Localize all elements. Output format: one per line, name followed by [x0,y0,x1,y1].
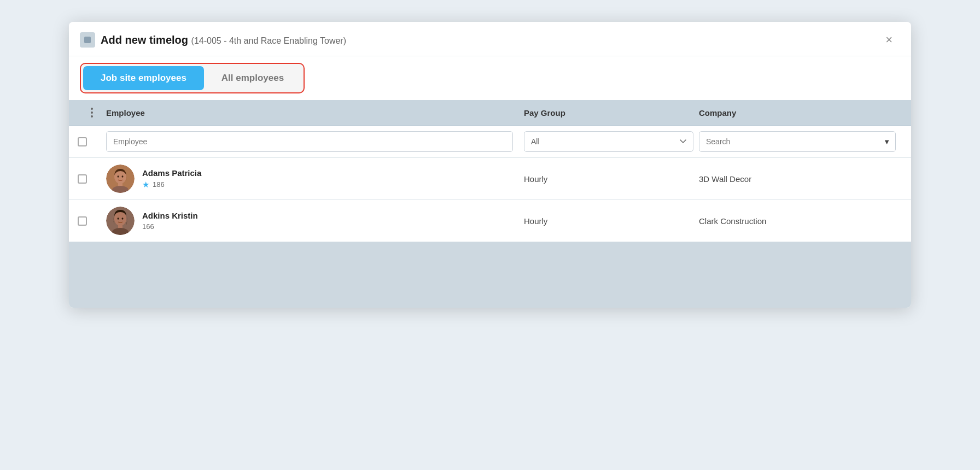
employee-id-row-1: ★ 186 [142,180,201,190]
modal: Add new timelog (14-005 - 4th and Race E… [69,22,911,308]
pay-group-2: Hourly [524,216,699,226]
col-header-pay-group: Pay Group [524,108,699,118]
svg-rect-0 [84,37,91,43]
tab-group: Job site employees All employees [80,63,305,93]
company-1: 3D Wall Decor [699,174,896,184]
filter-row: All ▼ [69,126,911,158]
col-header-company: Company [699,108,896,118]
tab-all-employees[interactable]: All employees [204,66,301,90]
company-2: Clark Construction [699,216,896,226]
svg-point-12 [122,218,124,220]
header-icon [80,32,95,48]
row-1-checkbox[interactable] [78,174,87,184]
employee-cell-2: Adkins Kristin 166 [106,207,524,235]
svg-rect-3 [118,183,122,186]
modal-header: Add new timelog (14-005 - 4th and Race E… [69,22,911,56]
employee-name-2: Adkins Kristin [142,211,198,220]
select-all-checkbox[interactable] [78,137,87,146]
table-header-row: Employee Pay Group Company [69,100,911,126]
employee-id-row-2: 166 [142,222,198,231]
employee-info-2: Adkins Kristin 166 [142,211,198,231]
avatar-1 [106,164,135,193]
col-header-employee: Employee [106,108,524,118]
company-search-input[interactable] [699,131,896,152]
modal-title: Add new timelog (14-005 - 4th and Race E… [101,34,346,46]
employee-cell-1: Adams Patricia ★ 186 [106,164,524,193]
tab-job-site-employees[interactable]: Job site employees [83,66,204,90]
svg-point-8 [114,212,126,226]
tab-section-wrapper: Job site employees All employees [69,56,911,93]
modal-header-left: Add new timelog (14-005 - 4th and Race E… [80,32,346,48]
svg-rect-9 [118,225,122,228]
table-section: Employee Pay Group Company All ▼ [69,100,911,308]
employee-info-1: Adams Patricia ★ 186 [142,168,201,190]
close-button[interactable]: × [882,32,896,48]
star-icon-1: ★ [142,180,149,190]
pay-group-filter-select[interactable]: All [524,131,693,152]
svg-point-5 [118,175,119,178]
dots-menu-icon[interactable] [78,108,106,118]
avatar-2 [106,207,135,235]
employee-name-1: Adams Patricia [142,168,201,178]
employee-filter-input[interactable] [106,131,513,152]
table-row: Adkins Kristin 166 Hourly Clark Construc… [69,200,911,242]
title-text: Add new timelog [101,34,188,46]
table-row: Adams Patricia ★ 186 Hourly 3D Wall Deco… [69,158,911,200]
title-subtitle: (14-005 - 4th and Race Enabling Tower) [191,36,346,45]
employee-id-1: 186 [153,180,165,189]
svg-point-6 [122,175,124,178]
employee-id-2: 166 [142,222,154,231]
pay-group-1: Hourly [524,174,699,184]
svg-point-11 [118,218,119,220]
row-2-checkbox[interactable] [78,216,87,226]
